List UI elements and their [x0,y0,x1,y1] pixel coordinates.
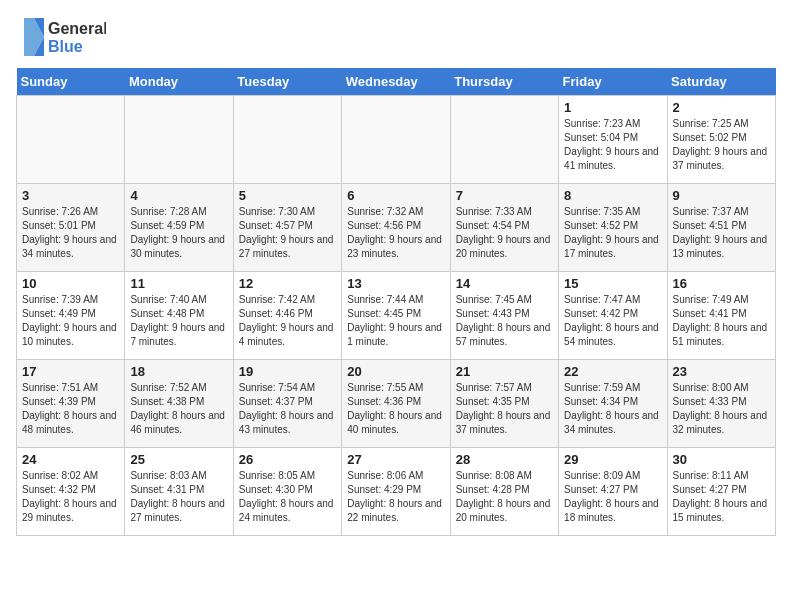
day-number: 21 [456,364,553,379]
calendar-cell: 25Sunrise: 8:03 AM Sunset: 4:31 PM Dayli… [125,448,233,536]
calendar-cell: 16Sunrise: 7:49 AM Sunset: 4:41 PM Dayli… [667,272,775,360]
calendar-cell: 30Sunrise: 8:11 AM Sunset: 4:27 PM Dayli… [667,448,775,536]
cell-info: Sunrise: 8:05 AM Sunset: 4:30 PM Dayligh… [239,469,336,525]
day-number: 10 [22,276,119,291]
calendar-cell: 13Sunrise: 7:44 AM Sunset: 4:45 PM Dayli… [342,272,450,360]
svg-text:Blue: Blue [48,38,83,55]
calendar-cell: 14Sunrise: 7:45 AM Sunset: 4:43 PM Dayli… [450,272,558,360]
cell-info: Sunrise: 8:00 AM Sunset: 4:33 PM Dayligh… [673,381,770,437]
cell-info: Sunrise: 7:51 AM Sunset: 4:39 PM Dayligh… [22,381,119,437]
calendar-week-5: 24Sunrise: 8:02 AM Sunset: 4:32 PM Dayli… [17,448,776,536]
calendar-cell [342,96,450,184]
day-number: 14 [456,276,553,291]
day-header-wednesday: Wednesday [342,68,450,96]
day-number: 18 [130,364,227,379]
day-number: 12 [239,276,336,291]
day-header-tuesday: Tuesday [233,68,341,96]
calendar-cell [450,96,558,184]
cell-info: Sunrise: 7:30 AM Sunset: 4:57 PM Dayligh… [239,205,336,261]
cell-info: Sunrise: 7:52 AM Sunset: 4:38 PM Dayligh… [130,381,227,437]
day-header-saturday: Saturday [667,68,775,96]
day-number: 7 [456,188,553,203]
cell-info: Sunrise: 7:54 AM Sunset: 4:37 PM Dayligh… [239,381,336,437]
calendar-cell: 10Sunrise: 7:39 AM Sunset: 4:49 PM Dayli… [17,272,125,360]
calendar-cell: 3Sunrise: 7:26 AM Sunset: 5:01 PM Daylig… [17,184,125,272]
cell-info: Sunrise: 7:32 AM Sunset: 4:56 PM Dayligh… [347,205,444,261]
calendar-cell: 8Sunrise: 7:35 AM Sunset: 4:52 PM Daylig… [559,184,667,272]
calendar-cell: 22Sunrise: 7:59 AM Sunset: 4:34 PM Dayli… [559,360,667,448]
day-number: 25 [130,452,227,467]
calendar-cell: 6Sunrise: 7:32 AM Sunset: 4:56 PM Daylig… [342,184,450,272]
cell-info: Sunrise: 8:03 AM Sunset: 4:31 PM Dayligh… [130,469,227,525]
day-number: 2 [673,100,770,115]
calendar-cell: 21Sunrise: 7:57 AM Sunset: 4:35 PM Dayli… [450,360,558,448]
calendar-cell: 17Sunrise: 7:51 AM Sunset: 4:39 PM Dayli… [17,360,125,448]
day-number: 4 [130,188,227,203]
day-number: 29 [564,452,661,467]
calendar-cell: 4Sunrise: 7:28 AM Sunset: 4:59 PM Daylig… [125,184,233,272]
cell-info: Sunrise: 8:11 AM Sunset: 4:27 PM Dayligh… [673,469,770,525]
day-number: 15 [564,276,661,291]
cell-info: Sunrise: 7:42 AM Sunset: 4:46 PM Dayligh… [239,293,336,349]
cell-info: Sunrise: 7:59 AM Sunset: 4:34 PM Dayligh… [564,381,661,437]
day-number: 24 [22,452,119,467]
calendar-cell: 23Sunrise: 8:00 AM Sunset: 4:33 PM Dayli… [667,360,775,448]
cell-info: Sunrise: 7:35 AM Sunset: 4:52 PM Dayligh… [564,205,661,261]
calendar-cell: 15Sunrise: 7:47 AM Sunset: 4:42 PM Dayli… [559,272,667,360]
day-number: 27 [347,452,444,467]
day-header-monday: Monday [125,68,233,96]
calendar-week-1: 1Sunrise: 7:23 AM Sunset: 5:04 PM Daylig… [17,96,776,184]
cell-info: Sunrise: 7:55 AM Sunset: 4:36 PM Dayligh… [347,381,444,437]
calendar-cell [125,96,233,184]
day-number: 11 [130,276,227,291]
day-number: 19 [239,364,336,379]
header: GeneralBlue [16,16,776,60]
cell-info: Sunrise: 7:23 AM Sunset: 5:04 PM Dayligh… [564,117,661,173]
day-number: 17 [22,364,119,379]
calendar-cell: 1Sunrise: 7:23 AM Sunset: 5:04 PM Daylig… [559,96,667,184]
cell-info: Sunrise: 7:25 AM Sunset: 5:02 PM Dayligh… [673,117,770,173]
cell-info: Sunrise: 7:33 AM Sunset: 4:54 PM Dayligh… [456,205,553,261]
cell-info: Sunrise: 7:28 AM Sunset: 4:59 PM Dayligh… [130,205,227,261]
day-number: 23 [673,364,770,379]
calendar-cell: 11Sunrise: 7:40 AM Sunset: 4:48 PM Dayli… [125,272,233,360]
svg-text:General: General [48,20,106,37]
cell-info: Sunrise: 8:02 AM Sunset: 4:32 PM Dayligh… [22,469,119,525]
calendar-cell: 9Sunrise: 7:37 AM Sunset: 4:51 PM Daylig… [667,184,775,272]
day-number: 16 [673,276,770,291]
day-number: 9 [673,188,770,203]
day-number: 30 [673,452,770,467]
cell-info: Sunrise: 7:49 AM Sunset: 4:41 PM Dayligh… [673,293,770,349]
logo: GeneralBlue [16,16,106,60]
calendar-week-3: 10Sunrise: 7:39 AM Sunset: 4:49 PM Dayli… [17,272,776,360]
day-number: 22 [564,364,661,379]
cell-info: Sunrise: 7:47 AM Sunset: 4:42 PM Dayligh… [564,293,661,349]
calendar-header-row: SundayMondayTuesdayWednesdayThursdayFrid… [17,68,776,96]
cell-info: Sunrise: 8:06 AM Sunset: 4:29 PM Dayligh… [347,469,444,525]
calendar-cell [17,96,125,184]
cell-info: Sunrise: 7:57 AM Sunset: 4:35 PM Dayligh… [456,381,553,437]
calendar-table: SundayMondayTuesdayWednesdayThursdayFrid… [16,68,776,536]
calendar-cell: 2Sunrise: 7:25 AM Sunset: 5:02 PM Daylig… [667,96,775,184]
calendar-cell [233,96,341,184]
calendar-cell: 27Sunrise: 8:06 AM Sunset: 4:29 PM Dayli… [342,448,450,536]
calendar-cell: 26Sunrise: 8:05 AM Sunset: 4:30 PM Dayli… [233,448,341,536]
day-number: 6 [347,188,444,203]
calendar-cell: 19Sunrise: 7:54 AM Sunset: 4:37 PM Dayli… [233,360,341,448]
calendar-cell: 18Sunrise: 7:52 AM Sunset: 4:38 PM Dayli… [125,360,233,448]
day-number: 26 [239,452,336,467]
cell-info: Sunrise: 8:09 AM Sunset: 4:27 PM Dayligh… [564,469,661,525]
calendar-week-4: 17Sunrise: 7:51 AM Sunset: 4:39 PM Dayli… [17,360,776,448]
day-number: 8 [564,188,661,203]
calendar-cell: 5Sunrise: 7:30 AM Sunset: 4:57 PM Daylig… [233,184,341,272]
calendar-cell: 24Sunrise: 8:02 AM Sunset: 4:32 PM Dayli… [17,448,125,536]
calendar-cell: 29Sunrise: 8:09 AM Sunset: 4:27 PM Dayli… [559,448,667,536]
logo-svg: GeneralBlue [16,16,106,60]
calendar-cell: 20Sunrise: 7:55 AM Sunset: 4:36 PM Dayli… [342,360,450,448]
day-number: 28 [456,452,553,467]
cell-info: Sunrise: 7:44 AM Sunset: 4:45 PM Dayligh… [347,293,444,349]
day-number: 1 [564,100,661,115]
cell-info: Sunrise: 8:08 AM Sunset: 4:28 PM Dayligh… [456,469,553,525]
cell-info: Sunrise: 7:26 AM Sunset: 5:01 PM Dayligh… [22,205,119,261]
day-number: 3 [22,188,119,203]
